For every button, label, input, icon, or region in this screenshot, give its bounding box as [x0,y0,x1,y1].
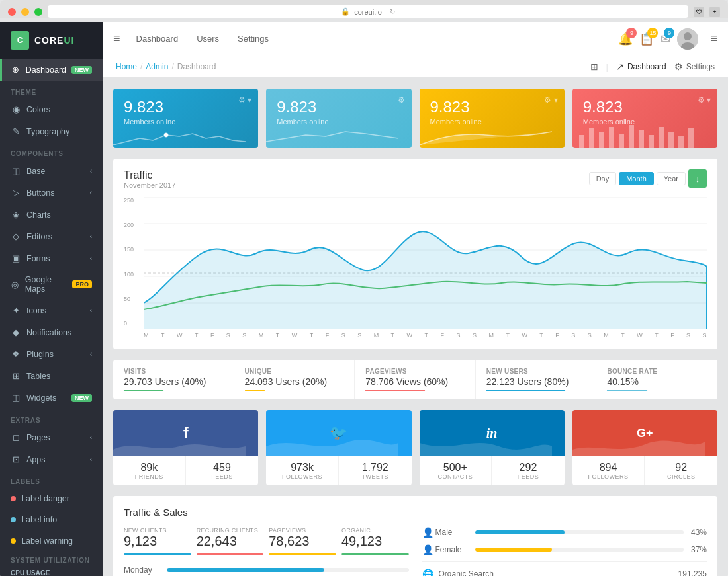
topbar-home-btn[interactable]: ⊞ [590,62,598,72]
x-label: F [670,332,674,339]
chart-refresh-btn[interactable]: ↓ [688,169,707,188]
progress-row-0: Monday [124,565,409,575]
topbar-dashboard-btn[interactable]: ↗ Dashboard [616,62,666,72]
x-label: M [488,332,494,339]
browser-dot-close[interactable] [8,8,16,16]
facebook-label-2: FEEDS [194,473,251,480]
sidebar-item-widgets[interactable]: ◫ Widgets NEW [0,387,103,409]
breadcrumb: Home / Admin / Dashboard [116,62,216,71]
sidebar-item-base[interactable]: ◫ Base ‹ [0,160,103,182]
sidebar-item-notifications[interactable]: ◆ Notifications [0,321,103,343]
x-label: T [195,332,199,339]
topnav-hamburger[interactable]: ≡ [113,32,120,46]
editors-icon: ◇ [11,231,21,241]
topnav-link-users[interactable]: Users [189,30,227,48]
svg-point-1 [684,32,692,40]
googleplus-value-2: 92 [653,462,709,473]
sidebar-item-googlemaps[interactable]: ◎ Google Maps PRO [0,269,103,300]
linkedin-value-2: 292 [500,462,557,473]
topnav-notification-btn-1[interactable]: 🔔 9 [618,32,633,46]
sidebar-item-tables[interactable]: ⊞ Tables [0,365,103,387]
topnav-hamburger2[interactable]: ≡ [710,32,717,46]
gender-pct-male: 43% [684,528,707,537]
stat-number-0: 9.823 [124,98,248,116]
x-label: S [456,332,460,339]
topnav-notification-btn-2[interactable]: 📋 15 [639,32,654,46]
sidebar-label-buttons: Buttons [26,188,54,198]
stat-gear-2[interactable]: ⚙ ▾ [544,95,557,104]
stat-card-0: ⚙ ▾ 9.823 Members online [113,89,258,148]
stat-item-3: New Users 22.123 Users (80%) [476,360,597,399]
sidebar-label-danger[interactable]: Label danger [0,488,103,509]
sidebar-item-pages[interactable]: ◻ Pages ‹ [0,427,103,448]
stat-item-value-0: 29.703 Users (40%) [124,376,223,387]
sys-util-title: SYSTEM UTILIZATION [11,557,92,564]
sidebar-label-info[interactable]: Label info [0,509,103,530]
svg-rect-6 [599,132,604,148]
sidebar-item-forms[interactable]: ▣ Forms ‹ [0,247,103,269]
sidebar-label-plugins: Plugins [26,350,54,359]
sidebar-item-charts[interactable]: ◈ Charts [0,204,103,226]
chart-btn-day[interactable]: Day [589,172,617,185]
browser-dot-maximize[interactable] [34,8,42,16]
stat-gear-1[interactable]: ⚙ [398,95,405,104]
stat-gear-0[interactable]: ⚙ ▾ [238,95,251,104]
sidebar-item-colors[interactable]: ◉ Colors [0,99,103,120]
sidebar-label-charts: Charts [26,210,51,220]
topnav-link-settings[interactable]: Settings [230,30,277,48]
stat-item-value-2: 78.706 Views (60%) [365,376,465,387]
pages-icon: ◻ [11,432,21,442]
logo-icon: C [11,31,29,50]
breadcrumb-home[interactable]: Home [116,62,137,71]
sidebar-item-plugins[interactable]: ❖ Plugins ‹ [0,343,103,365]
sidebar-label-warning[interactable]: Label warning [0,530,103,552]
plugins-icon: ❖ [11,349,21,359]
traffic-stat-1: Recuring Clients 22,643 [197,527,264,555]
stat-cards: ⚙ ▾ 9.823 Members online ⚙ 9.823 Members… [113,89,717,148]
widgets-badge: NEW [71,394,92,402]
topbar-dash-icon: ↗ [616,62,624,72]
breadcrumb-admin[interactable]: Admin [146,62,168,71]
bottom-section: Traffic & Sales New Clients 9,123 [113,496,717,576]
sidebar-label-notifications: Notifications [26,328,71,337]
stat-gear-3[interactable]: ⚙ ▾ [698,95,711,104]
icons-icon: ✦ [11,306,21,315]
twitter-stats: 973k FOLLOWERS 1.792 TWEETS [266,456,411,485]
topnav-avatar[interactable] [677,28,698,50]
sidebar-item-apps[interactable]: ⊡ Apps ‹ [0,448,103,470]
browser-action-plus[interactable]: + [709,7,720,17]
sidebar-item-dashboard[interactable]: ⊕ Dashboard NEW [0,59,103,81]
chart-btn-month[interactable]: Month [619,172,654,185]
sidebar-item-editors[interactable]: ◇ Editors ‹ [0,226,103,247]
svg-point-3 [164,133,168,137]
browser-address-bar[interactable]: 🔒 coreui.io ↻ [48,5,688,18]
facebook-label-1: FRIENDS [121,473,177,480]
sidebar-item-typography[interactable]: ✎ Typography [0,120,103,142]
x-label: W [177,332,183,339]
sidebar-item-icons[interactable]: ✦ Icons ‹ [0,300,103,321]
twitter-stat-2: 1.792 TWEETS [339,456,412,485]
sidebar-label-widgets: Widgets [26,393,56,403]
chart-btn-year[interactable]: Year [657,172,686,185]
chart-title-area: Traffic November 2017 [124,169,175,189]
x-label: T [655,332,659,339]
googleplus-label-1: FOLLOWERS [580,473,637,480]
stat-number-1: 9.823 [277,98,400,116]
gender-bar-male [475,530,684,534]
label-text-danger: Label danger [21,494,69,503]
topnav-link-dashboard[interactable]: Dashboard [128,30,187,48]
topbar-settings-btn[interactable]: ⚙ Settings [674,62,715,72]
sidebar-label-typography: Typography [26,127,69,136]
googleplus-stat-2: 92 CIRCLES [645,456,717,485]
logo-text: COREUI [34,35,74,46]
browser-dot-minimize[interactable] [21,8,29,16]
y-label-150: 150 [124,246,140,253]
tables-icon: ⊞ [11,371,21,381]
browser-action-shield[interactable]: 🛡 [694,7,704,17]
base-icon: ◫ [11,166,21,176]
female-icon: 👤 [422,544,435,555]
chart-title: Traffic [124,169,175,181]
y-label-50: 50 [124,296,140,302]
sidebar-item-buttons[interactable]: ▷ Buttons ‹ [0,182,103,204]
topnav-notification-btn-3[interactable]: ✉ 9 [660,32,670,46]
